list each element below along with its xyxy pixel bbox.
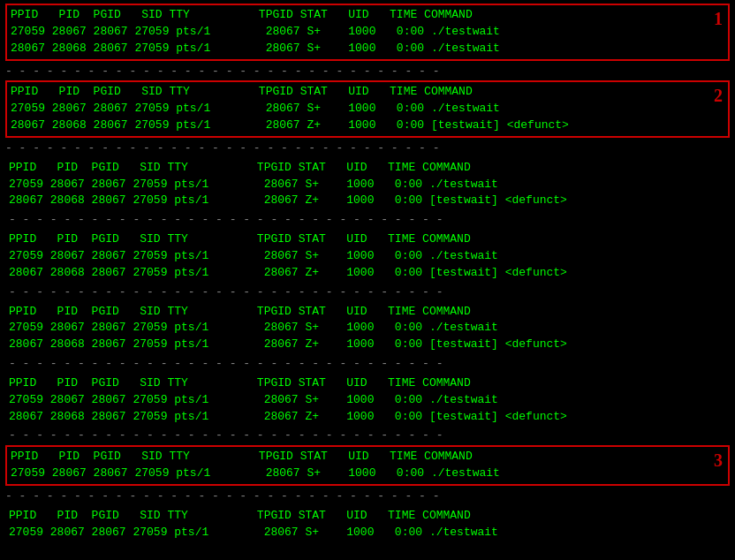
section-s5: PPID PID PGID SID TTY TPGID STAT UID TIM… — [5, 302, 730, 356]
terminal-line: PPID PID PGID SID TTY TPGID STAT UID TIM… — [9, 304, 726, 321]
terminal-line: PPID PID PGID SID TTY TPGID STAT UID TIM… — [9, 375, 726, 392]
terminal-line: 28067 28068 28067 27059 pts/1 28067 Z+ 1… — [11, 117, 724, 134]
section-s4: PPID PID PGID SID TTY TPGID STAT UID TIM… — [5, 230, 730, 284]
terminal-line: 27059 28067 28067 27059 pts/1 28067 S+ 1… — [9, 392, 726, 409]
terminal: PPID PID PGID SID TTY TPGID STAT UID TIM… — [0, 0, 735, 560]
section-s3: PPID PID PGID SID TTY TPGID STAT UID TIM… — [5, 158, 730, 212]
terminal-line: 28067 28068 28067 27059 pts/1 28067 Z+ 1… — [9, 337, 726, 353]
terminal-line: 27059 28067 28067 27059 pts/1 28067 S+ 1… — [9, 525, 726, 541]
terminal-line: 27059 28067 28067 27059 pts/1 28067 S+ 1… — [11, 101, 724, 117]
section-s6: PPID PID PGID SID TTY TPGID STAT UID TIM… — [5, 374, 730, 428]
terminal-line: 27059 28067 28067 27059 pts/1 28067 S+ 1… — [9, 248, 726, 265]
terminal-line: 27059 28067 28067 27059 pts/1 28067 S+ 1… — [9, 320, 726, 337]
divider-line: - - - - - - - - - - - - - - - - - - - - … — [5, 284, 730, 302]
divider-line: - - - - - - - - - - - - - - - - - - - - … — [5, 427, 730, 445]
section-s1: PPID PID PGID SID TTY TPGID STAT UID TIM… — [5, 4, 730, 61]
terminal-line: PPID PID PGID SID TTY TPGID STAT UID TIM… — [9, 231, 726, 248]
terminal-line: 28067 28068 28067 27059 pts/1 28067 Z+ 1… — [9, 265, 726, 282]
section-s8: PPID PID PGID SID TTY TPGID STAT UID TIM… — [5, 506, 730, 543]
terminal-line: PPID PID PGID SID TTY TPGID STAT UID TIM… — [9, 508, 726, 525]
terminal-line: PPID PID PGID SID TTY TPGID STAT UID TIM… — [11, 449, 724, 465]
terminal-line: 28067 28068 28067 27059 pts/1 28067 Z+ 1… — [9, 409, 726, 426]
terminal-line: 28067 28068 28067 27059 pts/1 28067 S+ 1… — [11, 41, 724, 57]
divider-line: - - - - - - - - - - - - - - - - - - - - … — [5, 63, 730, 81]
terminal-line: PPID PID PGID SID TTY TPGID STAT UID TIM… — [11, 7, 724, 24]
divider-line: - - - - - - - - - - - - - - - - - - - - … — [5, 488, 730, 506]
divider-line: - - - - - - - - - - - - - - - - - - - - … — [5, 211, 730, 230]
section-label-3: 3 — [714, 450, 723, 471]
section-s2: PPID PID PGID SID TTY TPGID STAT UID TIM… — [5, 80, 730, 138]
section-label-2: 2 — [714, 86, 723, 106]
section-s7: PPID PID PGID SID TTY TPGID STAT UID TIM… — [5, 445, 730, 486]
terminal-line: 27059 28067 28067 27059 pts/1 28067 S+ 1… — [9, 177, 726, 193]
terminal-line: 27059 28067 28067 27059 pts/1 28067 S+ 1… — [11, 465, 724, 482]
terminal-line: 28067 28068 28067 27059 pts/1 28067 Z+ 1… — [9, 193, 726, 209]
section-label-1: 1 — [714, 9, 723, 29]
terminal-line: PPID PID PGID SID TTY TPGID STAT UID TIM… — [9, 160, 726, 177]
divider-line: - - - - - - - - - - - - - - - - - - - - … — [5, 140, 730, 158]
terminal-line: 27059 28067 28067 27059 pts/1 28067 S+ 1… — [11, 24, 724, 41]
terminal-line: PPID PID PGID SID TTY TPGID STAT UID TIM… — [11, 84, 724, 101]
divider-line: - - - - - - - - - - - - - - - - - - - - … — [5, 355, 730, 374]
